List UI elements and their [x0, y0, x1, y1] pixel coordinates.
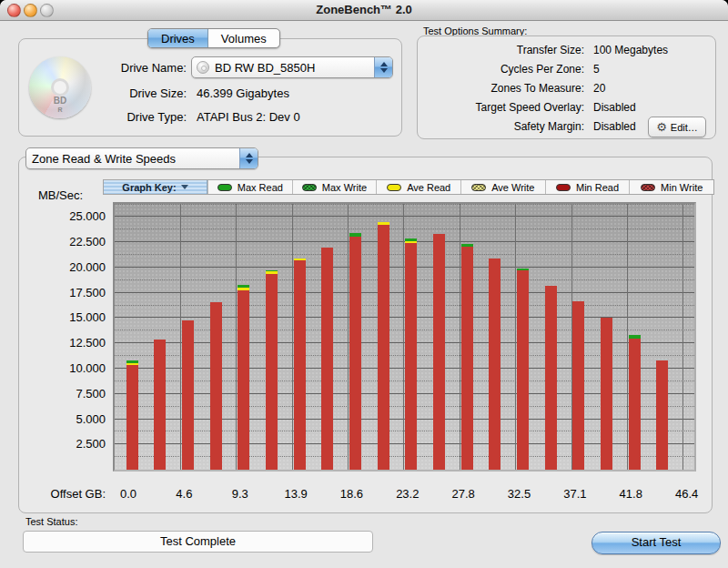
edit-button-label: Edit… [671, 122, 698, 133]
y-tick-label: 2.500 [27, 437, 106, 451]
legend-item-ave-write: Ave Write [460, 180, 545, 194]
legend-swatch-icon [302, 184, 317, 191]
x-tick-label: 18.6 [340, 487, 363, 501]
bar-zone-15-min-read [517, 270, 529, 470]
gridline-vertical [236, 204, 237, 470]
bar-zone-2-min-read [154, 340, 166, 470]
gridline-vertical [403, 204, 404, 470]
x-tick-label: 4.6 [176, 487, 192, 501]
test-status-box: Test Complete [23, 531, 373, 553]
bar-zone-18-min-read [601, 318, 612, 470]
test-option-value: 5 [593, 63, 712, 76]
x-tick-label: 0.0 [120, 487, 136, 501]
legend-item-label: Max Read [238, 182, 283, 193]
legend-swatch-icon [387, 184, 401, 191]
test-option-value: Disabled [593, 101, 712, 114]
bar-zone-13-min-read [461, 247, 473, 470]
drive-size-value: 46.399 Gigabytes [197, 86, 379, 100]
bar-zone-14-min-read [489, 259, 500, 470]
popup-stepper-icon [374, 57, 392, 77]
test-option-label: Transfer Size: [428, 44, 584, 56]
window-title: ZoneBench™ 2.0 [0, 3, 728, 16]
y-tick-label: 25.000 [27, 209, 106, 224]
graph-key: Graph Key: Max ReadMax WriteAve ReadAve … [103, 179, 714, 195]
legend-item-min-write: Min Write [629, 180, 713, 194]
view-selector-value: Zone Read & Write Speeds [26, 152, 239, 166]
gear-icon: ⚙ [656, 121, 667, 133]
bar-zone-4-min-read [210, 302, 222, 470]
drive-name-value: BD RW BD_5850H [209, 61, 374, 75]
drive-name-label: Drive Name: [86, 61, 187, 75]
legend-item-ave-read: Ave Read [376, 180, 460, 194]
bar-zone-20-min-read [656, 360, 668, 470]
legend-item-label: Max Write [322, 182, 367, 193]
legend-item-label: Min Read [576, 182, 619, 193]
chevron-down-icon [181, 185, 188, 189]
gridline [115, 228, 694, 229]
y-tick-label: 10.000 [27, 361, 106, 376]
gridline-vertical [348, 204, 349, 470]
graph-key-header[interactable]: Graph Key: [104, 180, 207, 194]
bar-zone-16-min-read [545, 286, 557, 470]
mini-disc-icon [197, 61, 209, 74]
drive-type-label: Drive Type: [86, 110, 187, 124]
disc-icon-subtext: R [57, 106, 62, 113]
y-tick-label: 20.000 [27, 260, 106, 275]
bar-zone-1-min-read [126, 365, 138, 470]
chart-frame [113, 202, 696, 472]
gridline-vertical [180, 204, 181, 470]
bar-zone-8-min-read [321, 248, 333, 470]
drives-volumes-tabs: Drives Volumes [147, 28, 280, 48]
y-axis-labels: 25.00022.50020.00017.50015.00012.50010.0… [27, 202, 106, 472]
tab-drives[interactable]: Drives [148, 29, 208, 47]
y-tick-label: 5.000 [27, 412, 106, 427]
legend-swatch-icon [217, 184, 232, 191]
bar-zone-5-min-read [238, 290, 249, 470]
gridline-vertical [682, 204, 683, 470]
drive-name-popup[interactable]: BD RW BD_5850H [191, 56, 393, 78]
y-tick-label: 7.500 [27, 387, 106, 401]
y-tick-label: 15.000 [27, 310, 106, 325]
legend-item-max-read: Max Read [207, 180, 292, 194]
y-tick-label: 17.500 [27, 286, 106, 300]
edit-button[interactable]: ⚙ Edit… [648, 117, 706, 137]
x-tick-label: 46.4 [675, 487, 698, 501]
bar-zone-12-min-read [433, 234, 445, 470]
test-option-label: Cycles Per Zone: [428, 63, 584, 76]
x-axis-title: Offset GB: [27, 487, 106, 501]
legend-item-max-write: Max Write [292, 180, 377, 194]
legend-item-label: Ave Write [491, 182, 534, 193]
disc-hole [51, 78, 69, 96]
bar-zone-9-min-read [349, 237, 361, 470]
legend-item-min-read: Min Read [545, 180, 630, 194]
zonebench-window: ZoneBench™ 2.0 Drives Volumes BDR Drive … [0, 0, 728, 568]
test-option-label: Zones To Measure: [428, 82, 584, 95]
disc-icon: BDR [29, 56, 91, 118]
tab-volumes[interactable]: Volumes [208, 29, 279, 47]
bar-zone-10-min-read [378, 225, 389, 470]
legend-swatch-icon [641, 184, 655, 191]
bar-zone-19-min-read [629, 339, 641, 470]
x-tick-label: 41.8 [620, 487, 642, 501]
graph-key-items: Max ReadMax WriteAve ReadAve WriteMin Re… [207, 180, 713, 194]
disc-icon-text: BD [54, 96, 66, 106]
x-tick-label: 37.1 [563, 487, 586, 501]
x-tick-label: 9.3 [232, 487, 248, 501]
drive-size-label: Drive Size: [86, 86, 187, 100]
test-option-value: 20 [593, 82, 712, 95]
legend-swatch-icon [556, 184, 571, 191]
bar-zone-11-min-read [405, 243, 417, 470]
start-test-button[interactable]: Start Test [592, 532, 721, 554]
x-tick-label: 13.9 [284, 487, 307, 501]
x-axis-labels: 0.04.69.313.918.623.227.832.537.141.846.… [115, 487, 694, 503]
y-axis-title: MB/Sec: [38, 188, 83, 202]
x-tick-label: 32.5 [508, 487, 531, 501]
test-status-label: Test Status: [25, 516, 77, 527]
x-tick-label: 27.8 [452, 487, 475, 501]
popup-stepper-icon [239, 148, 258, 168]
gridline [115, 204, 694, 205]
title-bar: ZoneBench™ 2.0 [0, 0, 728, 21]
bar-zone-17-min-read [572, 301, 584, 470]
bar-zone-3-min-read [182, 320, 194, 470]
view-selector-popup[interactable]: Zone Read & Write Speeds [25, 147, 258, 169]
